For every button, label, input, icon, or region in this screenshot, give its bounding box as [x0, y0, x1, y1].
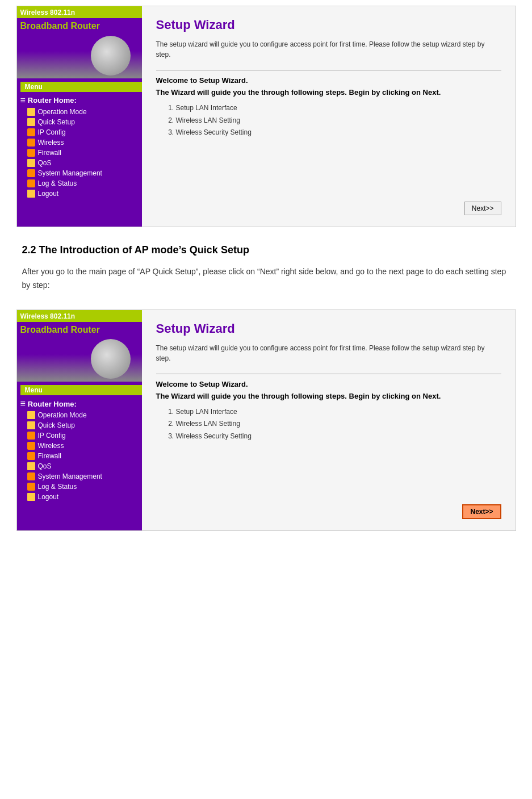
section-body-text: After you go to the main page of “AP Qui…	[22, 265, 510, 292]
sidebar-item-wireless-2[interactable]: Wireless	[17, 441, 142, 451]
nav-label-6: QoS	[38, 159, 52, 167]
sidebar-item-log-status-1[interactable]: Log & Status	[17, 178, 142, 189]
nav-label-8: Log & Status	[38, 179, 77, 187]
sidebar-item-ip-config-2[interactable]: IP Config	[17, 430, 142, 441]
divider-1	[156, 70, 501, 70]
sidebar-item-quick-setup-2[interactable]: Quick Setup	[17, 420, 142, 430]
screenshot-2: Wireless 802.11n Broadband Router Menu ≡…	[16, 309, 516, 531]
wizard-steps-1: Setup LAN Interface Wireless LAN Setting…	[156, 102, 501, 139]
doc-icon-2-2	[27, 421, 35, 429]
doc-icon-4	[27, 190, 35, 198]
sidebar-item-logout-1[interactable]: Logout	[17, 189, 142, 199]
nav-label-2-5: Firewall	[38, 452, 61, 460]
step-1-1: Setup LAN Interface	[176, 102, 501, 115]
nav-label-2-2: Quick Setup	[38, 421, 75, 429]
sidebar-item-qos-2[interactable]: QoS	[17, 461, 142, 471]
step-2-1: Setup LAN Interface	[176, 406, 501, 419]
orange-icon-5	[27, 179, 35, 187]
next-btn-container-2: Next>>	[156, 482, 501, 519]
nav-label-2-1: Operation Mode	[38, 411, 87, 419]
doc-icon-2-4	[27, 493, 35, 501]
sidebar-2: Wireless 802.11n Broadband Router Menu ≡…	[17, 310, 142, 530]
intro-text-2: The setup wizard will guide you to confi…	[156, 343, 501, 363]
divider-2	[156, 374, 501, 374]
next-btn-container-1: Next>>	[156, 179, 501, 215]
sidebar-item-firewall-1[interactable]: Firewall	[17, 148, 142, 158]
brand-title-2: Wireless 802.11n	[20, 312, 76, 320]
logo-circle-2	[91, 339, 131, 379]
sidebar-item-quick-setup-1[interactable]: Quick Setup	[17, 117, 142, 127]
sidebar-item-operation-mode-2[interactable]: Operation Mode	[17, 410, 142, 420]
nav-label-2: Quick Setup	[38, 118, 75, 126]
sidebar-item-log-status-2[interactable]: Log & Status	[17, 482, 142, 492]
doc-icon-2-1	[27, 411, 35, 419]
router-home-2: ≡ Router Home:	[17, 398, 142, 410]
screenshot-1: Wireless 802.11n Broadband Router Menu ≡…	[16, 6, 516, 227]
sidebar-item-system-mgmt-1[interactable]: System Management	[17, 168, 142, 178]
step-1-3: Wireless Security Setting	[176, 127, 501, 139]
welcome-text-1: Welcome to Setup Wizard.	[156, 76, 501, 85]
next-button-1[interactable]: Next>>	[464, 202, 501, 215]
logo-circle-1	[91, 36, 131, 76]
step-1-2: Wireless LAN Setting	[176, 115, 501, 127]
sidebar-logo-2	[17, 336, 142, 382]
nav-label-4: Wireless	[38, 139, 64, 147]
nav-label-9: Logout	[38, 190, 59, 198]
wizard-guide-1: The Wizard will guide you the through fo…	[156, 88, 501, 97]
brand-main-2: Broadband Router	[20, 325, 139, 335]
orange-icon-2-3	[27, 452, 35, 460]
sidebar-item-wireless-1[interactable]: Wireless	[17, 137, 142, 148]
nav-label-2-6: QoS	[38, 462, 52, 470]
doc-icon-3	[27, 159, 35, 167]
nav-label-2-4: Wireless	[38, 442, 64, 450]
page-title-2: Setup Wizard	[156, 321, 501, 336]
wizard-guide-2: The Wizard will guide you the through fo…	[156, 392, 501, 400]
page-title-1: Setup Wizard	[156, 18, 501, 32]
sidebar-brand-2: Broadband Router	[17, 322, 142, 337]
nav-label-2-7: System Management	[38, 472, 102, 480]
sidebar-logo-1	[17, 33, 142, 78]
nav-label-3: IP Config	[38, 128, 66, 136]
sidebar-1: Wireless 802.11n Broadband Router Menu ≡…	[17, 6, 142, 227]
next-button-2[interactable]: Next>>	[462, 504, 501, 519]
body-section: 2.2 The Introduction of AP mode’s Quick …	[16, 244, 516, 292]
wizard-steps-2: Setup LAN Interface Wireless LAN Setting…	[156, 406, 501, 443]
sidebar-item-logout-2[interactable]: Logout	[17, 492, 142, 502]
orange-icon-2-2	[27, 442, 35, 450]
welcome-text-2: Welcome to Setup Wizard.	[156, 380, 501, 388]
nav-label-2-9: Logout	[38, 493, 59, 501]
main-content-2: Setup Wizard The setup wizard will guide…	[142, 310, 516, 530]
sidebar-item-ip-config-1[interactable]: IP Config	[17, 127, 142, 137]
nav-label-5: Firewall	[38, 149, 61, 157]
doc-icon-2-3	[27, 462, 35, 470]
orange-icon-2-1	[27, 432, 35, 440]
home-icon-1: ≡	[20, 95, 26, 106]
sidebar-nav-2: Operation Mode Quick Setup IP Config Wir…	[17, 410, 142, 502]
orange-icon-2-4	[27, 472, 35, 480]
nav-label-2-8: Log & Status	[38, 483, 77, 491]
sidebar-header-bar-1: Wireless 802.11n	[17, 6, 142, 18]
step-2-3: Wireless Security Setting	[176, 430, 501, 443]
nav-label-2-3: IP Config	[38, 432, 66, 440]
main-content-1: Setup Wizard The setup wizard will guide…	[142, 6, 516, 227]
sidebar-item-qos-1[interactable]: QoS	[17, 158, 142, 168]
sidebar-nav-1: Operation Mode Quick Setup IP Config Wir…	[17, 107, 142, 199]
home-icon-2: ≡	[20, 399, 26, 409]
sidebar-item-system-mgmt-2[interactable]: System Management	[17, 471, 142, 482]
orange-icon-1	[27, 128, 35, 136]
router-home-1: ≡ Router Home:	[17, 94, 142, 107]
router-home-label-2: Router Home:	[28, 400, 77, 408]
sidebar-item-firewall-2[interactable]: Firewall	[17, 451, 142, 461]
sidebar-brand-1: Broadband Router	[17, 18, 142, 33]
brand-main-1: Broadband Router	[20, 21, 139, 31]
doc-icon-2	[27, 118, 35, 126]
intro-text-1: The setup wizard will guide you to confi…	[156, 39, 501, 60]
menu-label-1: Menu	[20, 82, 142, 92]
menu-label-2: Menu	[20, 385, 142, 395]
orange-icon-4	[27, 169, 35, 177]
sidebar-header-bar-2: Wireless 802.11n	[17, 310, 142, 322]
step-2-2: Wireless LAN Setting	[176, 418, 501, 430]
sidebar-item-operation-mode-1[interactable]: Operation Mode	[17, 107, 142, 117]
router-home-label-1: Router Home:	[28, 96, 77, 104]
brand-title-1: Wireless 802.11n	[20, 9, 76, 16]
